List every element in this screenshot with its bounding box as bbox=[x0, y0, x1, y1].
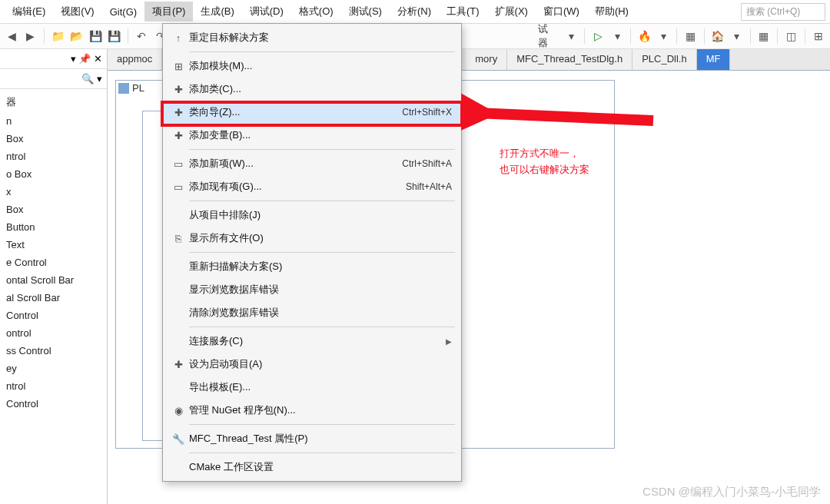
menu-label: 重定目标解决方案 bbox=[189, 31, 452, 45]
misc-icon[interactable]: ⊞ bbox=[812, 28, 826, 44]
flame-icon[interactable]: 🔥 bbox=[637, 28, 652, 44]
close-icon[interactable]: ✕ bbox=[94, 53, 102, 65]
chevron-right-icon: ▶ bbox=[446, 337, 452, 346]
list-item[interactable]: o Box bbox=[0, 165, 107, 183]
menu-item[interactable]: ◉管理 NuGet 程序包(N)... bbox=[163, 399, 461, 422]
menu-item[interactable]: 连接服务(C)▶ bbox=[163, 330, 461, 353]
menu-label: 从项目中排除(J) bbox=[189, 208, 452, 222]
preview-label: PL bbox=[118, 82, 144, 94]
back-icon[interactable]: ◀ bbox=[5, 28, 19, 44]
play-icon[interactable]: ▷ bbox=[591, 28, 606, 44]
window-icon[interactable]: ◫ bbox=[784, 28, 798, 44]
list-item[interactable]: n bbox=[0, 112, 107, 130]
tab-mfcdlg[interactable]: MFC_Thread_TestDlg.h bbox=[507, 49, 632, 70]
menu-item[interactable]: 🔧MFC_Thread_Test 属性(P) bbox=[163, 427, 461, 450]
menu-item[interactable]: ✚设为启动项目(A) bbox=[163, 353, 461, 376]
menu-label: 添加新项(W)... bbox=[189, 157, 402, 171]
menu-item[interactable]: ▭添加现有项(G)...Shift+Alt+A bbox=[163, 175, 461, 198]
menu-item[interactable]: ▭添加新项(W)...Ctrl+Shift+A bbox=[163, 152, 461, 175]
tab-plcdll[interactable]: PLC_Dll.h bbox=[632, 49, 697, 70]
menu-icon: ⊞ bbox=[168, 61, 189, 72]
menu-test[interactable]: 测试(S) bbox=[341, 2, 390, 22]
list-item[interactable]: ey bbox=[0, 360, 107, 377]
menu-icon: ⎘ bbox=[168, 233, 189, 244]
menu-extensions[interactable]: 扩展(X) bbox=[487, 2, 536, 22]
forward-icon[interactable]: ▶ bbox=[24, 28, 38, 44]
tab-appmodule[interactable]: appmoc bbox=[108, 49, 162, 70]
menu-help[interactable]: 帮助(H) bbox=[587, 2, 636, 22]
menu-debug[interactable]: 调试(D) bbox=[242, 2, 291, 22]
menu-item[interactable]: 显示浏览数据库错误 bbox=[163, 278, 461, 301]
toolbox-panel: ▾ 📌 ✕ 🔍 ▾ 器 n Box ntrol o Box x Box Butt… bbox=[0, 49, 108, 504]
menu-item[interactable]: ⊞添加模块(M)... bbox=[163, 55, 461, 78]
home-icon[interactable]: 🏠 bbox=[711, 28, 725, 44]
pin-icon[interactable]: 📌 bbox=[78, 53, 91, 65]
menu-label: 连接服务(C) bbox=[189, 334, 446, 348]
menu-icon: ▭ bbox=[168, 158, 189, 170]
menu-item[interactable]: ✚添加变量(B)... bbox=[163, 124, 461, 147]
chevron-down-icon[interactable]: ▾ bbox=[729, 28, 744, 44]
menu-window[interactable]: 窗口(W) bbox=[536, 2, 587, 22]
list-item[interactable]: Control bbox=[0, 307, 107, 324]
toolbox-list: 器 n Box ntrol o Box x Box Button Text e … bbox=[0, 89, 107, 416]
list-item[interactable]: ss Control bbox=[0, 342, 107, 360]
menu-icon: ✚ bbox=[168, 130, 189, 141]
list-item[interactable]: ontrol bbox=[0, 324, 107, 342]
chevron-down-icon[interactable]: ▾ bbox=[656, 28, 671, 44]
menu-item[interactable]: 重新扫描解决方案(S) bbox=[163, 255, 461, 278]
list-item[interactable]: 器 bbox=[0, 92, 107, 112]
list-item[interactable]: Control bbox=[0, 395, 107, 413]
menu-item[interactable]: ✚添加类(C)... bbox=[163, 78, 461, 101]
menu-tools[interactable]: 工具(T) bbox=[439, 2, 487, 22]
menu-item[interactable]: CMake 工作区设置 bbox=[163, 456, 461, 479]
menu-item[interactable]: 从项目中排除(J) bbox=[163, 204, 461, 227]
list-item[interactable]: Box bbox=[0, 130, 107, 148]
list-item[interactable]: Text bbox=[0, 236, 107, 254]
list-item[interactable]: Button bbox=[0, 218, 107, 236]
menu-icon: ▭ bbox=[168, 181, 189, 193]
menu-item[interactable]: ↑重定目标解决方案 bbox=[163, 26, 461, 49]
menu-format[interactable]: 格式(O) bbox=[291, 2, 341, 22]
chevron-down-icon[interactable]: ▾ bbox=[610, 28, 625, 44]
list-item[interactable]: ntrol bbox=[0, 377, 107, 395]
chevron-down-icon[interactable]: ▾ bbox=[71, 53, 76, 65]
layout-icon[interactable]: ▦ bbox=[683, 28, 698, 44]
menu-git[interactable]: Git(G) bbox=[102, 3, 144, 21]
debugger-label: 试器 bbox=[535, 22, 559, 50]
menu-label: 显示浏览数据库错误 bbox=[189, 283, 452, 297]
menu-view[interactable]: 视图(V) bbox=[53, 2, 101, 22]
list-item[interactable]: e Control bbox=[0, 254, 107, 271]
menu-label: 添加变量(B)... bbox=[189, 128, 452, 142]
menu-label: 添加类(C)... bbox=[189, 82, 452, 96]
list-item[interactable]: al Scroll Bar bbox=[0, 289, 107, 307]
tab-memory[interactable]: mory bbox=[466, 49, 507, 70]
save-icon[interactable]: 💾 bbox=[88, 28, 103, 44]
grid-icon[interactable]: ▦ bbox=[757, 28, 772, 44]
menu-item[interactable]: ⎘显示所有文件(O) bbox=[163, 227, 461, 250]
menu-project[interactable]: 项目(P) bbox=[144, 2, 193, 22]
open-icon[interactable]: 📂 bbox=[69, 28, 84, 44]
list-item[interactable]: x bbox=[0, 183, 107, 201]
menu-label: 添加模块(M)... bbox=[189, 59, 452, 73]
menu-icon: 🔧 bbox=[168, 433, 189, 445]
search-icon: 🔍 bbox=[81, 73, 94, 85]
saveall-icon[interactable]: 💾 bbox=[108, 28, 122, 44]
tab-active[interactable]: MF bbox=[697, 49, 731, 70]
menu-item[interactable]: 导出模板(E)... bbox=[163, 376, 461, 399]
menu-build[interactable]: 生成(B) bbox=[193, 2, 241, 22]
toolbox-search[interactable]: 🔍 ▾ bbox=[0, 69, 107, 89]
search-input[interactable]: 搜索 (Ctrl+Q) bbox=[741, 3, 825, 21]
menu-analyze[interactable]: 分析(N) bbox=[390, 2, 439, 22]
new-icon[interactable]: 📁 bbox=[51, 28, 65, 44]
list-item[interactable]: ntrol bbox=[0, 148, 107, 165]
dialog-icon bbox=[118, 83, 129, 94]
list-item[interactable]: ontal Scroll Bar bbox=[0, 271, 107, 289]
chevron-down-icon[interactable]: ▾ bbox=[564, 28, 579, 44]
menu-label: 添加现有项(G)... bbox=[189, 180, 406, 194]
menu-item[interactable]: ✚类向导(Z)...Ctrl+Shift+X bbox=[163, 101, 461, 124]
menu-edit[interactable]: 编辑(E) bbox=[5, 2, 53, 22]
undo-icon[interactable]: ↶ bbox=[134, 28, 149, 44]
menu-label: CMake 工作区设置 bbox=[189, 460, 452, 474]
menu-item[interactable]: 清除浏览数据库错误 bbox=[163, 301, 461, 324]
list-item[interactable]: Box bbox=[0, 201, 107, 218]
